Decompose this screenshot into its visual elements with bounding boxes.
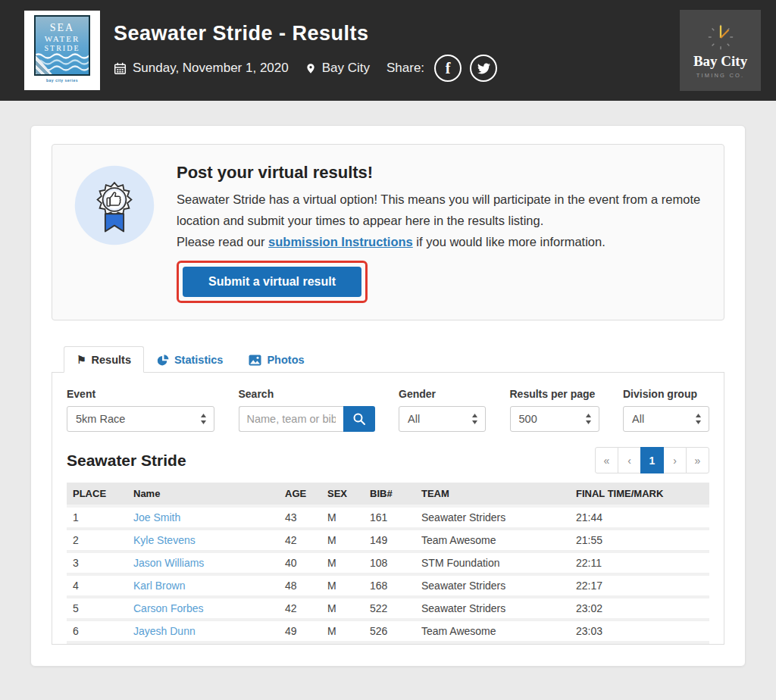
cell-name: Carson Forbes bbox=[127, 597, 279, 620]
virtual-results-callout: Post your virtual results! Seawater Stri… bbox=[52, 144, 724, 320]
event-logo-line2: WATER bbox=[45, 34, 80, 44]
cell-name: Jayesh Dunn bbox=[127, 620, 279, 642]
callout-sentence: Seawater Stride has a virtual option! Th… bbox=[177, 192, 700, 227]
timing-company-subtitle: TIMING CO. bbox=[696, 72, 745, 79]
event-date-label: Sunday, November 1, 2020 bbox=[133, 61, 289, 76]
per-page-select-value: 500 bbox=[519, 413, 537, 425]
gender-select[interactable]: All bbox=[399, 406, 486, 432]
cell-sex: M bbox=[321, 597, 364, 620]
table-row: 1Joe Smith43M161Seawater Striders21:44 bbox=[67, 506, 709, 529]
cell-team: STM Foundation bbox=[415, 552, 570, 574]
participant-link[interactable]: Jayesh Dunn bbox=[133, 625, 196, 637]
select-stepper-icon bbox=[471, 413, 478, 425]
clock-icon bbox=[706, 23, 735, 52]
header-main: Seawater Stride - Results Sunday, Novemb… bbox=[114, 19, 666, 82]
tab-results[interactable]: ⚑ Results bbox=[64, 346, 144, 373]
search-icon bbox=[352, 412, 366, 426]
select-stepper-icon bbox=[585, 413, 592, 425]
cell-sex: M bbox=[321, 620, 364, 642]
filters-row: Event 5km Race Search bbox=[67, 388, 709, 432]
event-poster: SEA WATER STRIDE bbox=[34, 15, 90, 76]
cell-team: Team Awesome bbox=[415, 529, 570, 552]
search-input[interactable] bbox=[239, 406, 343, 432]
search-filter-label: Search bbox=[239, 388, 375, 400]
division-filter-label: Division group bbox=[623, 388, 709, 400]
cell-time: 23:03 bbox=[570, 620, 709, 642]
column-header: SEX bbox=[321, 483, 364, 506]
event-filter: Event 5km Race bbox=[67, 388, 214, 432]
facebook-icon: f bbox=[446, 61, 451, 76]
event-select-value: 5km Race bbox=[76, 413, 125, 425]
participant-link[interactable]: Jason Williams bbox=[133, 557, 204, 569]
submit-virtual-result-button[interactable]: Submit a virtual result bbox=[183, 267, 361, 297]
gender-filter: Gender All bbox=[399, 388, 486, 432]
column-header: BIB# bbox=[364, 483, 415, 506]
event-select[interactable]: 5km Race bbox=[67, 406, 214, 432]
tab-photos-label: Photos bbox=[267, 354, 304, 366]
participant-link[interactable]: Kyle Stevens bbox=[133, 534, 196, 546]
main-card: Post your virtual results! Seawater Stri… bbox=[30, 125, 746, 667]
cell-bib: 168 bbox=[364, 574, 415, 597]
twitter-icon bbox=[477, 62, 490, 75]
cell-bib: 522 bbox=[364, 597, 415, 620]
callout-text: Seawater Stride has a virtual option! Th… bbox=[177, 189, 702, 252]
tab-photos[interactable]: Photos bbox=[236, 346, 317, 373]
header-meta: Sunday, November 1, 2020 Bay City Share:… bbox=[114, 55, 666, 82]
table-row: 5Carson Forbes42M522Seawater Striders23:… bbox=[67, 597, 709, 620]
pagination-page-1-button[interactable]: 1 bbox=[640, 447, 664, 473]
timing-company-name: Bay City bbox=[693, 53, 747, 70]
search-button[interactable] bbox=[343, 406, 375, 432]
callout-link-prefix: Please read our bbox=[177, 235, 268, 248]
gender-filter-label: Gender bbox=[399, 388, 486, 400]
participant-link[interactable]: Carson Forbes bbox=[133, 602, 204, 614]
event-location: Bay City bbox=[305, 61, 370, 76]
division-select-value: All bbox=[632, 413, 644, 425]
facebook-share-button[interactable]: f bbox=[434, 55, 462, 82]
cell-age: 48 bbox=[279, 574, 321, 597]
pagination-prev-button[interactable]: ‹ bbox=[618, 447, 641, 473]
cell-place: 5 bbox=[67, 597, 127, 620]
cell-age: 42 bbox=[279, 529, 321, 552]
share-label: Share: bbox=[386, 61, 424, 76]
participant-link[interactable]: Joe Smith bbox=[133, 511, 180, 523]
division-filter: Division group All bbox=[623, 388, 709, 432]
event-logo-line1: SEA bbox=[50, 22, 74, 34]
medal-badge bbox=[72, 163, 157, 303]
column-header: FINAL TIME/MARK bbox=[570, 483, 709, 506]
division-select[interactable]: All bbox=[623, 406, 709, 432]
pagination-last-button[interactable]: » bbox=[686, 447, 709, 473]
cell-bib: 149 bbox=[364, 529, 415, 552]
per-page-filter: Results per page 500 bbox=[510, 388, 599, 432]
participant-link[interactable]: Karl Brown bbox=[133, 580, 185, 592]
cell-time: 22:17 bbox=[570, 574, 709, 597]
per-page-filter-label: Results per page bbox=[510, 388, 599, 400]
results-panel: Event 5km Race Search bbox=[52, 372, 724, 645]
per-page-select[interactable]: 500 bbox=[510, 406, 599, 432]
submission-instructions-link[interactable]: submission Instructions bbox=[268, 235, 413, 248]
event-location-label: Bay City bbox=[322, 61, 370, 76]
timing-company-logo: Bay City TIMING CO. bbox=[680, 10, 761, 91]
cell-time: 22:11 bbox=[570, 552, 709, 574]
cell-name: Joe Smith bbox=[127, 506, 279, 529]
column-header: Name bbox=[127, 483, 279, 506]
tab-statistics-label: Statistics bbox=[174, 354, 223, 366]
event-logo: SEA WATER STRIDE bay city series bbox=[24, 11, 100, 90]
cell-time: 21:55 bbox=[570, 529, 709, 552]
cell-time: 21:44 bbox=[570, 506, 709, 529]
page-title: Seawater Stride - Results bbox=[114, 22, 666, 45]
cell-age: 43 bbox=[279, 506, 321, 529]
twitter-share-button[interactable] bbox=[470, 55, 497, 82]
cell-team: Team Awesome bbox=[415, 620, 570, 642]
pagination-next-button[interactable]: › bbox=[663, 447, 687, 473]
pagination-first-button[interactable]: « bbox=[595, 447, 618, 473]
results-head: Seawater Stride « ‹ 1 › » bbox=[67, 447, 709, 473]
event-date: Sunday, November 1, 2020 bbox=[114, 61, 289, 76]
tab-bar: ⚑ Results Statistics Photos bbox=[52, 346, 724, 372]
cell-team: Seawater Striders bbox=[415, 574, 570, 597]
tab-statistics[interactable]: Statistics bbox=[144, 346, 236, 373]
results-table-header-row: PLACENameAGESEXBIB#TEAMFINAL TIME/MARK bbox=[67, 483, 709, 506]
callout-link-suffix: if you would like more information. bbox=[413, 235, 605, 248]
results-table-body: 1Joe Smith43M161Seawater Striders21:442K… bbox=[67, 506, 709, 642]
pagination: « ‹ 1 › » bbox=[595, 447, 709, 473]
cell-age: 49 bbox=[279, 620, 321, 642]
